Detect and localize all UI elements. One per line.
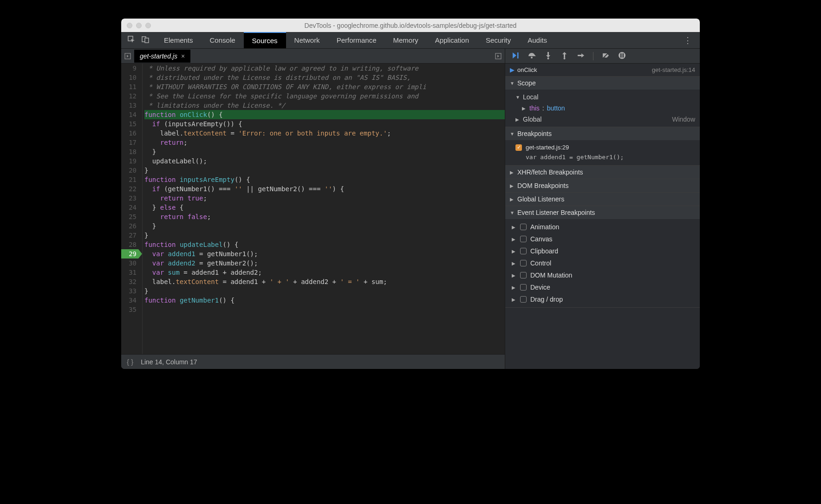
minimize-dot[interactable] (136, 23, 142, 28)
code-editor[interactable]: 9101112131415161718192021222324252627282… (121, 64, 505, 354)
line-number[interactable]: 10 (121, 73, 138, 82)
step-out-icon[interactable] (560, 52, 568, 61)
line-number[interactable]: 14 (121, 110, 138, 119)
call-frame[interactable]: ▶ onClick get-started.js:14 (505, 64, 700, 77)
event-checkbox[interactable] (520, 296, 527, 303)
tab-application[interactable]: Application (427, 32, 477, 48)
cursor-position: Line 14, Column 17 (141, 358, 197, 366)
event-category[interactable]: ▶Animation (505, 221, 700, 233)
breakpoints-header[interactable]: ▼Breakpoints (505, 127, 700, 140)
line-number[interactable]: 26 (121, 221, 138, 231)
line-number[interactable]: 20 (121, 166, 138, 175)
line-number[interactable]: 12 (121, 91, 138, 101)
line-number[interactable]: 24 (121, 203, 138, 212)
section-header[interactable]: ▶Global Listeners (505, 193, 700, 206)
titlebar: DevTools - googlechrome.github.io/devtoo… (121, 19, 700, 32)
event-category[interactable]: ▶Drag / drop (505, 293, 700, 305)
resume-icon[interactable] (512, 52, 520, 61)
tab-security[interactable]: Security (477, 32, 519, 48)
show-debugger-icon[interactable] (492, 53, 505, 59)
event-category[interactable]: ▶Clipboard (505, 245, 700, 257)
pretty-print-icon[interactable]: { } (127, 358, 133, 366)
breakpoint-item[interactable]: ✓ get-started.js:29 (505, 142, 700, 153)
code-line: } (144, 147, 505, 156)
breakpoint-checkbox[interactable]: ✓ (515, 144, 522, 151)
tab-performance[interactable]: Performance (328, 32, 385, 48)
section-header[interactable]: ▶XHR/fetch Breakpoints (505, 166, 700, 179)
line-number[interactable]: 15 (121, 119, 138, 129)
line-number[interactable]: 28 (121, 240, 138, 249)
line-number[interactable]: 32 (121, 277, 138, 286)
more-icon[interactable]: ⋮ (676, 35, 700, 45)
line-number[interactable]: 9 (121, 64, 138, 73)
breakpoints-section: ▼Breakpoints ✓ get-started.js:29 var add… (505, 127, 700, 166)
tab-console[interactable]: Console (202, 32, 244, 48)
line-number[interactable]: 23 (121, 194, 138, 203)
device-toggle-icon[interactable] (142, 36, 149, 45)
event-category[interactable]: ▶Canvas (505, 233, 700, 245)
breakpoint-label: get-started.js:29 (526, 144, 569, 151)
event-checkbox[interactable] (520, 236, 527, 242)
zoom-dot[interactable] (145, 23, 151, 28)
event-checkbox[interactable] (520, 248, 527, 254)
close-dot[interactable] (127, 23, 132, 28)
event-checkbox[interactable] (520, 284, 527, 291)
line-number[interactable]: 11 (121, 82, 138, 91)
scope-local[interactable]: ▼Local (505, 91, 700, 103)
tab-memory[interactable]: Memory (385, 32, 427, 48)
line-number[interactable]: 34 (121, 296, 138, 305)
event-category[interactable]: ▶DOM Mutation (505, 269, 700, 281)
main-area: get-started.js × 91011121314151617181920… (121, 49, 700, 369)
svg-rect-7 (547, 52, 549, 55)
debugger-sidebar: ▶ onClick get-started.js:14 ▼Scope ▼Loca… (505, 49, 700, 369)
tab-elements[interactable]: Elements (156, 32, 202, 48)
event-listener-breakpoints-header[interactable]: ▼Event Listener Breakpoints (505, 206, 700, 219)
line-number[interactable]: 13 (121, 101, 138, 110)
event-checkbox[interactable] (520, 224, 527, 230)
step-over-icon[interactable] (528, 52, 536, 61)
call-frame-arrow-icon: ▶ (510, 66, 515, 73)
event-checkbox[interactable] (520, 260, 527, 266)
line-number[interactable]: 31 (121, 268, 138, 277)
line-number[interactable]: 17 (121, 138, 138, 147)
line-number[interactable]: 33 (121, 286, 138, 296)
pause-exceptions-icon[interactable] (618, 52, 626, 61)
code-line: } (144, 221, 505, 231)
line-number[interactable]: 35 (121, 305, 138, 314)
svg-point-10 (564, 58, 566, 59)
scope-global[interactable]: ▶GlobalWindow (505, 114, 700, 125)
event-category[interactable]: ▶Control (505, 257, 700, 269)
line-number[interactable]: 27 (121, 231, 138, 240)
inspect-icon[interactable] (128, 36, 135, 45)
file-tab[interactable]: get-started.js × (134, 50, 190, 63)
tab-audits[interactable]: Audits (519, 32, 555, 48)
line-number[interactable]: 29 (121, 249, 138, 258)
code-line: } (144, 166, 505, 175)
line-number[interactable]: 22 (121, 184, 138, 194)
svg-point-8 (547, 58, 549, 59)
svg-rect-15 (623, 53, 624, 58)
scope-header[interactable]: ▼Scope (505, 77, 700, 90)
step-into-icon[interactable] (544, 52, 552, 61)
event-category[interactable]: ▶Device (505, 281, 700, 293)
tab-sources[interactable]: Sources (244, 32, 286, 48)
close-file-icon[interactable]: × (181, 52, 185, 60)
code-line: function inputsAreEmpty() { (144, 175, 505, 184)
svg-rect-5 (517, 52, 519, 58)
line-number[interactable]: 18 (121, 147, 138, 156)
tab-network[interactable]: Network (286, 32, 328, 48)
line-number[interactable]: 25 (121, 212, 138, 221)
step-icon[interactable] (577, 52, 585, 61)
section-header[interactable]: ▶DOM Breakpoints (505, 179, 700, 192)
svg-rect-2 (145, 38, 149, 43)
svg-rect-11 (578, 55, 581, 56)
scope-local-this[interactable]: ▶this: button (505, 103, 700, 114)
line-number[interactable]: 19 (121, 156, 138, 166)
line-number[interactable]: 30 (121, 258, 138, 268)
call-frame-fn: onClick (517, 66, 537, 73)
line-number[interactable]: 21 (121, 175, 138, 184)
line-number[interactable]: 16 (121, 129, 138, 138)
deactivate-breakpoints-icon[interactable] (602, 52, 610, 61)
show-navigator-icon[interactable] (121, 53, 134, 59)
event-checkbox[interactable] (520, 272, 527, 278)
